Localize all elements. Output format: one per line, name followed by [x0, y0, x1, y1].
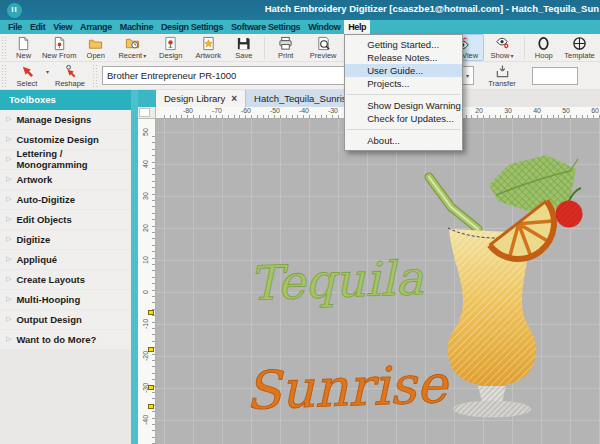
ruler-label: -40 — [299, 107, 309, 115]
artwork-icon — [201, 36, 216, 51]
chevron-right-icon: ▷ — [6, 155, 11, 163]
reshape-button[interactable]: Reshape — [49, 62, 91, 89]
toolbar-separator — [264, 37, 265, 59]
menu-window[interactable]: Window — [304, 20, 344, 34]
chevron-right-icon: ▷ — [6, 175, 11, 183]
menu-help-label: Help — [348, 22, 366, 32]
sidebar-item-customize-design[interactable]: ▷Customize Design — [0, 130, 131, 149]
chevron-right-icon: ▷ — [6, 295, 11, 303]
sidebar-item-create-layouts[interactable]: ▷Create Layouts — [0, 270, 131, 289]
tab-design-library[interactable]: Design Library × — [156, 90, 246, 107]
chevron-right-icon: ▷ — [6, 115, 11, 123]
transfer-icon — [495, 64, 510, 79]
title-bar: II Hatch Embroidery Digitizer [csaszbe1@… — [0, 0, 600, 20]
design-workspace: -80-70-60-50-40-30-20-100102030405060 50… — [138, 107, 600, 444]
sidebar-item-output-design[interactable]: ▷Output Design — [0, 310, 131, 329]
menu-view[interactable]: View — [49, 20, 76, 34]
chevron-right-icon: ▷ — [6, 315, 11, 323]
sidebar-item-want-to-do-more[interactable]: ▷Want to do More? — [0, 330, 131, 349]
menu-item-getting-started[interactable]: Getting Started... — [345, 38, 462, 51]
logo-glyph: II — [11, 6, 17, 14]
toolbar-input[interactable] — [532, 67, 578, 85]
ruler-label: 50 — [142, 125, 150, 139]
menu-machine[interactable]: Machine — [116, 20, 157, 34]
menu-item-release-notes[interactable]: Release Notes... — [345, 51, 462, 64]
machine-select-value: Brother Entrepreneur PR-1000 — [107, 70, 236, 81]
chevron-right-icon: ▷ — [6, 135, 11, 143]
new-from-button[interactable]: New From — [39, 34, 80, 61]
save-button[interactable]: Save — [228, 34, 260, 61]
open-button[interactable]: Open — [80, 34, 112, 61]
ruler-label: 20 — [142, 221, 150, 235]
ruler-label: -60 — [241, 107, 251, 115]
menu-file[interactable]: File — [4, 20, 26, 34]
menu-help[interactable]: Help Getting Started... Release Notes...… — [344, 20, 370, 34]
ruler-label: 30 — [142, 189, 150, 203]
new-button[interactable]: New — [9, 34, 39, 61]
menu-item-user-guide[interactable]: User Guide... — [345, 64, 462, 77]
save-icon — [236, 36, 251, 51]
design-text-sunrise[interactable]: Sunrise — [244, 354, 451, 421]
print-button[interactable]: Print — [269, 34, 303, 61]
ruler-label: 40 — [533, 107, 541, 115]
reshape-icon — [63, 64, 78, 79]
menu-separator — [347, 129, 460, 130]
artwork-button[interactable]: Artwork — [189, 34, 228, 61]
menu-software-settings[interactable]: Software Settings — [227, 20, 304, 34]
caret-down-icon: ▾ — [143, 53, 146, 59]
chevron-right-icon: ▷ — [6, 275, 11, 283]
straw[interactable] — [429, 177, 478, 229]
design-button[interactable]: Design — [153, 34, 189, 61]
caret-down-icon: ▾ — [510, 53, 513, 59]
toolbar-grip[interactable] — [1, 36, 8, 59]
design-text-tequila[interactable]: Tequila — [248, 250, 424, 311]
sidebar-item-applique[interactable]: ▷Appliqué — [0, 250, 131, 269]
ruler-corner — [138, 107, 156, 119]
select-button[interactable]: Select — [9, 62, 45, 89]
template-button[interactable]: Template — [559, 34, 600, 61]
edit-toolbar: Select ▾ Reshape Brother Entrepreneur PR… — [0, 62, 600, 90]
menu-item-check-for-updates[interactable]: Check for Updates... — [345, 112, 462, 125]
preview-icon — [316, 36, 331, 51]
hoop-icon — [536, 36, 551, 51]
show-button[interactable]: Show▾ — [484, 34, 520, 61]
ruler-label: -30 — [328, 107, 338, 115]
sidebar-item-edit-objects[interactable]: ▷Edit Objects — [0, 210, 131, 229]
preview-button[interactable]: Preview — [303, 34, 344, 61]
toolbar-grip[interactable] — [92, 64, 99, 87]
main-toolbar: New New From Open Recent▾ Design Artwork… — [0, 34, 600, 62]
print-icon — [278, 36, 293, 51]
menu-edit[interactable]: Edit — [26, 20, 49, 34]
design-canvas[interactable]: Tequila Sunrise — [156, 119, 600, 444]
sidebar-item-lettering-monogramming[interactable]: ▷Lettering / Monogramming — [0, 150, 131, 169]
chevron-right-icon: ▷ — [6, 255, 11, 263]
hoop-button[interactable]: Hoop — [529, 34, 559, 61]
menu-arrange[interactable]: Arrange — [76, 20, 116, 34]
ruler-label: 50 — [562, 107, 570, 115]
menu-item-projects[interactable]: Projects... — [345, 77, 462, 90]
recent-button[interactable]: Recent▾ — [112, 34, 153, 61]
ruler-label: 60 — [591, 107, 599, 115]
sidebar-item-multi-hooping[interactable]: ▷Multi-Hooping — [0, 290, 131, 309]
ruler-label: -80 — [183, 107, 193, 115]
sidebar-item-manage-designs[interactable]: ▷Manage Designs — [0, 110, 131, 129]
toolboxes-header: Toolboxes — [0, 90, 131, 110]
caret-down-icon: ▾ — [466, 72, 469, 79]
toolbar-grip[interactable] — [1, 64, 8, 87]
menu-item-about[interactable]: About... — [345, 134, 462, 147]
sidebar-item-digitize[interactable]: ▷Digitize — [0, 230, 131, 249]
transfer-button[interactable]: Transfer — [480, 62, 524, 89]
chevron-right-icon: ▷ — [6, 235, 11, 243]
ruler-marker — [148, 310, 154, 315]
embroidery-design: Tequila Sunrise — [156, 119, 600, 444]
menu-design-settings[interactable]: Design Settings — [157, 20, 227, 34]
close-icon[interactable]: × — [231, 94, 237, 104]
hatch-logo-icon: II — [7, 3, 22, 18]
menu-item-show-design-warning[interactable]: Show Design Warning — [345, 99, 462, 112]
sidebar-item-artwork[interactable]: ▷Artwork — [0, 170, 131, 189]
template-icon — [572, 36, 587, 51]
ruler-label: -70 — [212, 107, 222, 115]
sidebar-splitter[interactable] — [131, 90, 138, 444]
chevron-right-icon: ▷ — [6, 195, 11, 203]
sidebar-item-auto-digitize[interactable]: ▷Auto-Digitize — [0, 190, 131, 209]
